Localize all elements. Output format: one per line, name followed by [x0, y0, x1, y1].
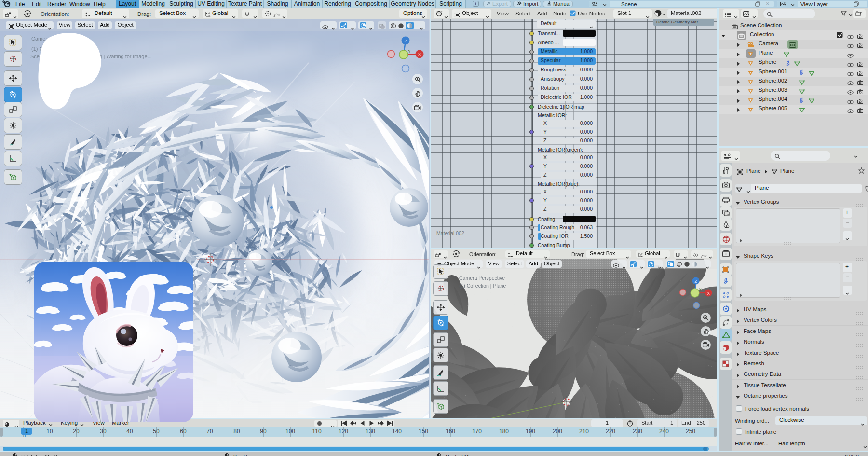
svg-text:(1) Collection | Plane: (1) Collection | Plane — [459, 283, 506, 289]
svg-text:Y: Y — [408, 49, 411, 54]
svg-text:Z: Z — [404, 39, 407, 43]
svg-text:Z: Z — [694, 279, 697, 284]
svg-text:Y: Y — [699, 287, 702, 292]
svg-text:Camera Perspective: Camera Perspective — [459, 275, 505, 281]
svg-text:X: X — [707, 291, 710, 296]
svg-text:X: X — [418, 52, 421, 57]
